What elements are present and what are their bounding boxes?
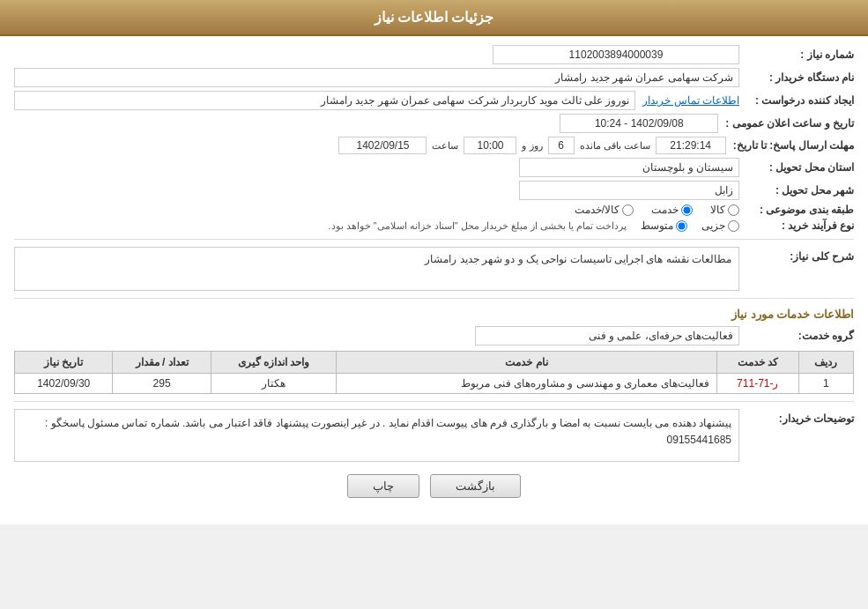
purchase-type-value: جزیی متوسط پرداخت تمام یا بخشی از مبلغ خ… <box>14 219 739 232</box>
response-deadline-label: مهلت ارسال پاسخ: تا تاریخ: <box>726 139 854 152</box>
col-service-name: نام خدمت <box>337 352 716 374</box>
need-number-box: 1102003894000039 <box>493 45 739 64</box>
buyer-notes-value: پیشنهاد دهنده می بایست نسبت به امضا و با… <box>14 409 739 462</box>
row-name: فعالیت‌های معماری و مهندسی و مشاوره‌های … <box>337 374 716 394</box>
page-title: جزئیات اطلاعات نیاز <box>375 10 494 25</box>
buyer-org-row: نام دستگاه خریدار : شرکت سهامی عمران شهر… <box>14 68 854 87</box>
city-label: شهر محل تحویل : <box>739 184 854 197</box>
announce-date-value: 1402/09/08 - 10:24 <box>14 114 718 133</box>
col-row-num: ردیف <box>798 352 853 374</box>
need-number-row: شماره نیاز : 1102003894000039 <box>14 45 854 64</box>
response-time-box: 10:00 <box>464 137 516 154</box>
table-row: 1 ر-71-711 فعالیت‌های معماری و مهندسی و … <box>15 374 854 394</box>
remaining-time-label: ساعت باقی مانده <box>580 140 650 152</box>
contact-info-link[interactable]: اطلاعات تماس خریدار <box>642 94 739 107</box>
service-group-value: فعالیت‌های حرفه‌ای، علمی و فنی <box>14 326 739 345</box>
category-both-option[interactable]: کالا/خدمت <box>575 204 634 216</box>
category-service-option[interactable]: خدمت <box>651 204 693 216</box>
province-box: سیستان و بلوچستان <box>519 158 739 177</box>
print-button[interactable]: چاپ <box>347 474 419 498</box>
city-row: شهر محل تحویل : زابل <box>14 181 854 200</box>
divider-2 <box>14 298 854 299</box>
row-quantity: 295 <box>113 374 211 394</box>
divider-1 <box>14 239 854 240</box>
requester-value: اطلاعات تماس خریدار نوروز علی ثالث موید … <box>14 91 739 110</box>
row-unit: هکتار <box>211 374 337 394</box>
back-button[interactable]: بازگشت <box>430 474 521 498</box>
requester-box: نوروز علی ثالث موید کاربردار شرکت سهامی … <box>14 91 635 110</box>
purchase-motevaset-option[interactable]: متوسط <box>641 219 687 232</box>
category-kala-label: کالا <box>710 204 725 216</box>
need-number-value: 1102003894000039 <box>14 45 739 64</box>
col-date: تاریخ نیاز <box>15 352 113 374</box>
service-group-box: فعالیت‌های حرفه‌ای، علمی و فنی <box>475 326 739 345</box>
button-bar: بازگشت چاپ <box>14 474 854 510</box>
purchase-motevaset-label: متوسط <box>641 219 673 232</box>
buyer-org-label: نام دستگاه خریدار : <box>739 71 854 84</box>
requester-row: ایجاد کننده درخواست : اطلاعات تماس خریدا… <box>14 91 854 110</box>
description-box: مطالعات نقشه های اجرایی تاسیسات نواحی یک… <box>14 247 739 291</box>
announce-date-row: تاریخ و ساعت اعلان عمومی : 1402/09/08 - … <box>14 114 854 133</box>
category-kala-option[interactable]: کالا <box>710 204 739 216</box>
response-date-box: 1402/09/15 <box>338 137 427 154</box>
purchase-jozei-radio[interactable] <box>728 220 739 232</box>
purchase-jozei-option[interactable]: جزیی <box>701 219 739 232</box>
col-quantity: تعداد / مقدار <box>113 352 211 374</box>
service-group-row: گروه خدمت: فعالیت‌های حرفه‌ای، علمی و فن… <box>14 326 854 345</box>
col-service-code: کد خدمت <box>716 352 798 374</box>
category-service-radio[interactable] <box>681 204 693 216</box>
category-service-label: خدمت <box>651 204 679 216</box>
buyer-org-value: شرکت سهامی عمران شهر جدید رامشار <box>14 68 739 87</box>
page-container: جزئیات اطلاعات نیاز شماره نیاز : 1102003… <box>0 0 868 524</box>
category-kala-radio[interactable] <box>728 204 739 216</box>
row-num: 1 <box>798 374 853 394</box>
description-row: شرح کلی نیاز: مطالعات نقشه های اجرایی تا… <box>14 247 854 291</box>
category-label: طبقه بندی موضوعی : <box>739 204 854 216</box>
purchase-type-row: نوع فرآیند خرید : جزیی متوسط پرداخت تمام… <box>14 219 854 232</box>
description-value: مطالعات نقشه های اجرایی تاسیسات نواحی یک… <box>14 247 739 291</box>
days-left-label: روز و <box>522 140 542 152</box>
purchase-jozei-label: جزیی <box>701 219 725 232</box>
province-row: استان محل تحویل : سیستان و بلوچستان <box>14 158 854 177</box>
purchase-motevaset-radio[interactable] <box>676 220 687 232</box>
city-value: زابل <box>14 181 739 200</box>
category-both-radio[interactable] <box>622 204 634 216</box>
page-header: جزئیات اطلاعات نیاز <box>0 0 868 36</box>
announce-date-box: 1402/09/08 - 10:24 <box>560 114 718 133</box>
services-section-title: اطلاعات خدمات مورد نیاز <box>14 308 854 321</box>
category-options: کالا خدمت کالا/خدمت <box>14 204 739 216</box>
purchase-note: پرداخت تمام یا بخشی از مبلغ خریدار محل "… <box>328 220 627 232</box>
purchase-type-label: نوع فرآیند خرید : <box>739 219 854 232</box>
row-date: 1402/09/30 <box>15 374 113 394</box>
service-group-label: گروه خدمت: <box>739 330 854 342</box>
need-number-label: شماره نیاز : <box>739 48 854 61</box>
announce-date-label: تاریخ و ساعت اعلان عمومی : <box>718 117 854 130</box>
main-content: شماره نیاز : 1102003894000039 نام دستگاه… <box>0 36 868 524</box>
divider-3 <box>14 401 854 402</box>
remaining-time-box: 21:29:14 <box>656 137 726 154</box>
category-both-label: کالا/خدمت <box>575 204 619 216</box>
row-code: ر-71-711 <box>716 374 798 394</box>
buyer-notes-row: توضیحات خریدار: پیشنهاد دهنده می بایست ن… <box>14 409 854 462</box>
description-label: شرح کلی نیاز: <box>739 247 854 263</box>
services-table: ردیف کد خدمت نام خدمت واحد اندازه گیری ت… <box>14 351 854 394</box>
category-row: طبقه بندی موضوعی : کالا خدمت کالا/خدمت <box>14 204 854 216</box>
table-header-row: ردیف کد خدمت نام خدمت واحد اندازه گیری ت… <box>15 352 854 374</box>
response-time-label: ساعت <box>432 140 458 152</box>
response-deadline-value: 1402/09/15 ساعت 10:00 روز و 6 ساعت باقی … <box>14 137 726 154</box>
days-left-box: 6 <box>548 137 575 154</box>
buyer-notes-box: پیشنهاد دهنده می بایست نسبت به امضا و با… <box>14 409 739 462</box>
city-box: زابل <box>519 181 739 200</box>
response-deadline-row: مهلت ارسال پاسخ: تا تاریخ: 1402/09/15 سا… <box>14 137 854 154</box>
buyer-notes-label: توضیحات خریدار: <box>739 409 854 425</box>
requester-label: ایجاد کننده درخواست : <box>739 94 854 107</box>
province-value: سیستان و بلوچستان <box>14 158 739 177</box>
col-unit: واحد اندازه گیری <box>211 352 337 374</box>
buyer-org-box: شرکت سهامی عمران شهر جدید رامشار <box>14 68 739 87</box>
province-label: استان محل تحویل : <box>739 161 854 174</box>
